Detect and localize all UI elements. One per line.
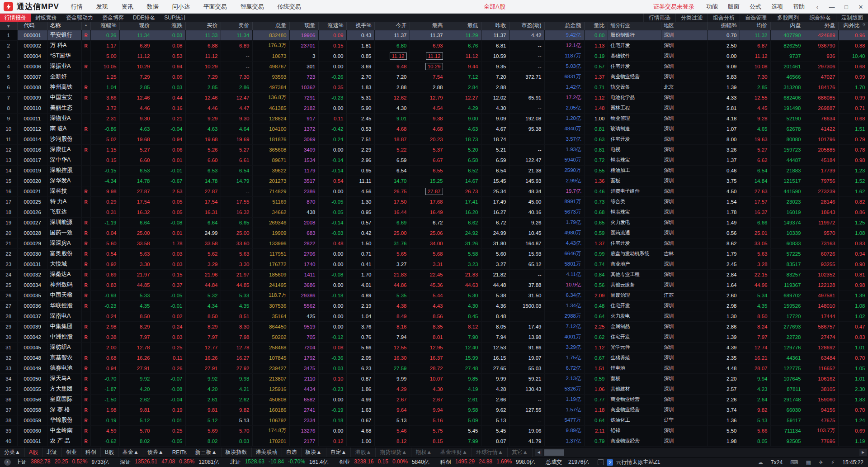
col-cur-volume[interactable]: 现量 bbox=[289, 22, 318, 30]
toolbar-tab[interactable]: 资金博弈 bbox=[98, 14, 128, 22]
col-chg-pct[interactable]: 涨幅% bbox=[90, 22, 119, 30]
toolbar-action[interactable]: 综合排名 bbox=[804, 14, 836, 22]
market-tab[interactable]: 板块▲ bbox=[302, 448, 326, 457]
menu-item[interactable]: 版面 bbox=[728, 3, 740, 11]
toolbar-tab[interactable]: 封板竞价 bbox=[31, 14, 61, 22]
table-row[interactable]: 34000050深天马AR-0.709.92-0.079.929.9321380… bbox=[0, 373, 868, 384]
market-tab[interactable]: 期权▲ bbox=[411, 448, 436, 457]
col-chg[interactable]: 涨跌 bbox=[153, 22, 185, 30]
satellite-icon[interactable]: ✈ bbox=[819, 459, 823, 466]
col-vol-ratio[interactable]: 量比 bbox=[584, 22, 608, 30]
market-tab[interactable]: 其它▲ bbox=[508, 448, 533, 457]
help-icon[interactable]: ? bbox=[862, 23, 865, 28]
table-row[interactable]: 30000042中洲控股R0.387.970.037.977.985020270… bbox=[0, 332, 868, 342]
market-tab[interactable]: 港美联动 bbox=[252, 448, 282, 457]
col-amplitude-pct[interactable]: 振幅% bbox=[707, 22, 740, 30]
col-industry[interactable]: 细分行业 bbox=[608, 22, 661, 30]
table-row[interactable]: 23000031大悦城R0.923.300.033.293.3017677217… bbox=[0, 259, 868, 269]
table-row[interactable]: 20000028国药一致R0.0425.000.0124.9925.001990… bbox=[0, 228, 868, 238]
col-pe[interactable]: 市盈(动) bbox=[509, 22, 544, 30]
col-outer-vol[interactable]: 外盘 bbox=[804, 22, 838, 30]
market-tab[interactable]: 板块指数 bbox=[222, 448, 252, 457]
table-row[interactable]: 21000029深深房AR5.6033.581.7833.5833.601339… bbox=[0, 238, 868, 248]
table-row[interactable]: 12000016深康佳AR1.155.270.065.265.273656083… bbox=[0, 144, 868, 155]
table-row[interactable]: 38000059华锦股份R-0.195.12-0.015.125.1310679… bbox=[0, 415, 868, 425]
table-row[interactable]: 29000039中集集团R2.988.290.248.298.308644509… bbox=[0, 321, 868, 332]
col-bid[interactable]: 买价 bbox=[185, 22, 221, 30]
menu-item[interactable]: 传统交易 bbox=[278, 3, 301, 11]
col-speed-pct[interactable]: 涨速% bbox=[318, 22, 346, 30]
market-tab[interactable]: 港股▲ bbox=[351, 448, 376, 457]
server-info[interactable]: · 2 云行情太原主站Z1 bbox=[598, 458, 660, 466]
monitor-icon[interactable]: ▦ bbox=[806, 459, 811, 466]
menu-item[interactable]: 公式 bbox=[750, 3, 761, 11]
table-row[interactable]: 36000056皇庭国际R-1.502.62-0.042.612.6245080… bbox=[0, 394, 868, 405]
table-row[interactable]: 10000012南 玻AR-0.864.63-0.044.634.6410410… bbox=[0, 124, 868, 134]
col-inner-vol[interactable]: 内盘 bbox=[770, 22, 804, 30]
scroll-left-icon[interactable]: ◀ bbox=[535, 449, 542, 456]
col-avg-price[interactable]: 均价 bbox=[740, 22, 770, 30]
table-row[interactable]: 4000006深振业AR10.0510.290.9410.29--4987673… bbox=[0, 61, 868, 71]
table-row[interactable]: 39000060中金岭南R4.595.700.255.695.70174.8万1… bbox=[0, 425, 868, 436]
table-row[interactable]: 11000014沙河股份5.0219.680.9419.6819.6918187… bbox=[0, 134, 868, 144]
menu-item[interactable]: 功能 bbox=[706, 3, 718, 11]
index-item[interactable]: 深证13526.5147.080.35%12081亿 bbox=[120, 458, 219, 466]
scrollbar-thumb[interactable] bbox=[544, 449, 564, 456]
col-low[interactable]: 最低 bbox=[446, 22, 481, 30]
col-ask[interactable]: 卖价 bbox=[221, 22, 252, 30]
market-tab[interactable]: 期货现货▲ bbox=[376, 448, 411, 457]
toolbar-tab[interactable]: 行情报价 bbox=[0, 14, 31, 22]
table-row[interactable]: 2000002万 科AR1.176.890.086.886.89176.3万23… bbox=[0, 40, 868, 51]
col-open[interactable]: 今开 bbox=[374, 22, 410, 30]
col-high[interactable]: 最高 bbox=[410, 22, 446, 30]
table-row[interactable]: 35000055方大集团R-1.874.20-0.084.204.2112591… bbox=[0, 384, 868, 394]
table-row[interactable]: 14000019深粮控股-0.156.53-0.016.536.54396221… bbox=[0, 165, 868, 176]
toolbar-tab[interactable]: DDE排名 bbox=[128, 14, 160, 22]
market-tab[interactable]: 债券▲ bbox=[143, 448, 168, 457]
table-row[interactable]: 5000007全新好1.257.290.097.297.3093593723-0… bbox=[0, 71, 868, 82]
col-prev-close[interactable]: 昨收 bbox=[481, 22, 509, 30]
menu-item[interactable]: 发现 bbox=[96, 3, 108, 11]
menu-item[interactable]: 资讯 bbox=[122, 3, 133, 11]
scroll-right-icon[interactable]: ▶ bbox=[859, 449, 867, 456]
index-item[interactable]: 科创1495.2924.881.69%998.0亿 bbox=[440, 458, 535, 466]
lightning-icon[interactable]: ⚡ bbox=[831, 459, 835, 466]
market-tab[interactable]: 环球行情▲ bbox=[472, 448, 508, 457]
toolbar-action[interactable]: 多股同列 bbox=[772, 14, 804, 22]
collapse-icon[interactable]: ‹ bbox=[814, 4, 821, 10]
col-amount[interactable]: 总金额 bbox=[544, 22, 584, 30]
market-tab[interactable]: 自选 bbox=[282, 448, 302, 457]
market-tab[interactable]: 基金理财▲ bbox=[436, 448, 472, 457]
table-row[interactable]: 6000008神州高铁R-1.042.85-0.032.852.86497384… bbox=[0, 82, 868, 92]
market-tab[interactable]: REITs bbox=[168, 448, 191, 457]
table-row[interactable]: 15000020深华发A-4.3414.78-0.6714.7814.79201… bbox=[0, 176, 868, 186]
index-item[interactable]: 北证1528.63-10.84-0.70%161.4亿 bbox=[230, 458, 328, 466]
market-tab[interactable]: 创业 bbox=[62, 448, 81, 457]
market-label[interactable]: 全部A股 bbox=[484, 0, 505, 14]
market-tab[interactable]: 科创 bbox=[81, 448, 101, 457]
expand-panel-icon[interactable]: ∧ bbox=[4, 459, 11, 466]
toolbar-tab[interactable]: SUP统计 bbox=[160, 14, 191, 22]
menu-item[interactable]: 智赢交易 bbox=[241, 3, 264, 11]
table-row[interactable]: 32000048京基智农R0.6816.260.1116.2616.271078… bbox=[0, 353, 868, 363]
table-row[interactable]: 31000045深纺织A2.0012.780.2512.7712.7825846… bbox=[0, 342, 868, 353]
table-row[interactable]: 22000030富奥股份R0.545.630.035.625.631179512… bbox=[0, 248, 868, 259]
table-row[interactable]: 33000049德赛电池R0.9427.910.2627.9127.922394… bbox=[0, 363, 868, 373]
close-icon[interactable]: ✕ bbox=[857, 4, 864, 10]
menu-item[interactable]: 问小达 bbox=[172, 3, 190, 11]
minimize-icon[interactable]: — bbox=[828, 4, 835, 10]
table-row[interactable]: 37000058深 赛 格R1.989.810.199.819.82160186… bbox=[0, 405, 868, 415]
keyboard-icon[interactable]: ⌨ bbox=[790, 459, 798, 466]
table-row[interactable]: 18000026飞亚达0.3116.320.0516.3116.32346624… bbox=[0, 207, 868, 217]
market-tab[interactable]: B股 bbox=[101, 448, 118, 457]
market-tab[interactable]: 基金▲ bbox=[118, 448, 143, 457]
table-row[interactable]: 13000017深中华A0.156.600.016.606.6189671153… bbox=[0, 155, 868, 165]
table-row[interactable]: 27000036华联控股R-0.234.35-0.014.344.3530753… bbox=[0, 300, 868, 311]
table-row[interactable]: 24000032深桑达AR0.6921.970.1521.9621.971856… bbox=[0, 269, 868, 280]
col-turnover-pct[interactable]: 换手% bbox=[346, 22, 374, 30]
table-row[interactable]: 26000035中国天楹R-0.935.33-0.055.325.33118.7… bbox=[0, 290, 868, 300]
col-margin-flag[interactable]: • bbox=[81, 22, 90, 30]
table-row[interactable]: 17000025特 力AR0.2917.540.0517.5417.555116… bbox=[0, 196, 868, 207]
restore-icon[interactable]: □ bbox=[843, 4, 850, 10]
toolbar-action[interactable]: 定制版面 bbox=[836, 14, 868, 22]
